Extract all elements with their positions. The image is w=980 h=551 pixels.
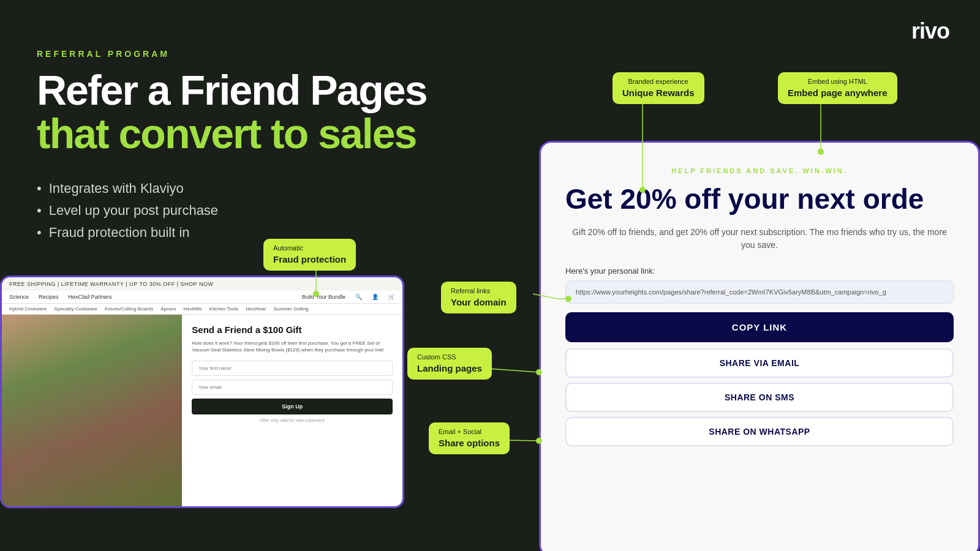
firstname-input[interactable] [192,361,393,376]
panel-inner: HELP FRIENDS AND SAVE. WIN-WIN. Get 20% … [541,143,978,470]
browser-nav: Science Recipes HexClad Partners Build Y… [2,291,402,304]
share-sms-button[interactable]: SHARE ON SMS [565,383,954,412]
headline-line1: Refer a Friend Pages [37,69,435,112]
badge-referral-bottom: Your domain [451,296,507,309]
subnav-hexwear[interactable]: HexWear [246,306,266,312]
panel-subtext: Gift 20% off to friends, and get 20% off… [565,226,954,252]
browser-content-area: Send a Friend a $100 Gift How does it wo… [2,315,402,507]
cart-icon[interactable]: 🛒 [388,294,395,300]
badge-css: Custom CSS Landing pages [407,348,492,380]
share-whatsapp-button[interactable]: SHARE ON WHATSAPP [565,417,954,446]
subnav-hexmills[interactable]: HexMills [184,306,202,312]
nav-item-build[interactable]: Build Your Bundle [302,294,345,300]
referral-program-label: REFERRAL PROGRAM [37,49,435,59]
logo: rivo [911,18,949,44]
badge-fraud: Automatic Fraud protection [263,239,356,271]
badge-embed-top: Embed using HTML [788,77,888,86]
subnav-aprons[interactable]: Aprons [160,306,176,312]
badge-embed: Embed using HTML Embed page anywhere [778,72,897,104]
share-email-button[interactable]: SHARE VIA EMAIL [565,348,954,378]
badge-css-top: Custom CSS [417,353,482,362]
form-note: Offer only valid for new customers [192,418,393,422]
form-title: Send a Friend a $100 Gift [192,324,393,335]
panel-link-box: https://www.yourheights.com/pages/share?… [565,280,954,304]
badge-email: Email + Social Share options [429,422,510,454]
nav-item-science[interactable]: Science [9,294,29,300]
badge-referral: Referral links Your domain [441,282,516,313]
badge-branded: Branded experience Unique Rewards [612,72,704,104]
badge-css-bottom: Landing pages [417,362,482,375]
badge-fraud-bottom: Fraud protection [273,253,346,266]
nav-item-recipes[interactable]: Recipes [39,294,59,300]
panel-headline: Get 20% off your next orde [565,184,954,214]
email-input[interactable] [192,380,393,395]
subnav-knives[interactable]: Knives/Cutting Boards [105,306,153,312]
form-description: How does it work? Your friend gets $100 … [192,340,393,353]
subnav-kitchen[interactable]: Kitchen Tools [209,306,238,312]
badge-branded-top: Branded experience [622,77,695,86]
copy-link-button[interactable]: COPY LINK [565,312,954,342]
referral-form: Send a Friend a $100 Gift How does it wo… [182,315,402,507]
bullet-item-3: Fraud protection built in [37,225,435,241]
browser-topbar: FREE SHIPPING | LIFETIME WARRANTY | UP T… [2,277,402,291]
bullet-item-1: Integrates with Klaviyo [37,181,435,197]
bullet-item-2: Level up your post purchase [37,203,435,219]
browser-subnav: Hybrid Cookware Specialty Cookware Knive… [2,304,402,315]
subnav-hybrid[interactable]: Hybrid Cookware [9,306,47,312]
left-content: REFERRAL PROGRAM Refer a Friend Pages th… [37,49,435,247]
panel-top-label: HELP FRIENDS AND SAVE. WIN-WIN. [565,167,954,174]
feature-list: Integrates with Klaviyo Level up your po… [37,181,435,241]
badge-referral-top: Referral links [451,287,507,296]
search-icon[interactable]: 🔍 [355,294,362,300]
badge-fraud-top: Automatic [273,244,346,253]
subnav-grilling[interactable]: Summer Grilling [273,306,308,312]
nav-item-partners[interactable]: HexClad Partners [69,294,112,300]
subnav-specialty[interactable]: Specialty Cookware [54,306,97,312]
image-overlay [2,315,182,507]
product-image [2,315,182,507]
browser-mock: FREE SHIPPING | LIFETIME WARRANTY | UP T… [0,276,404,508]
badge-email-top: Email + Social [439,427,500,437]
badge-branded-bottom: Unique Rewards [622,86,695,99]
referral-panel: HELP FRIENDS AND SAVE. WIN-WIN. Get 20% … [539,141,980,551]
badge-email-bottom: Share options [439,437,500,449]
signup-button[interactable]: Sign Up [192,399,393,414]
panel-link-label: Here's your personal link: [565,266,954,276]
headline-line2: that convert to sales [37,112,435,156]
badge-embed-bottom: Embed page anywhere [788,86,888,99]
user-icon[interactable]: 👤 [372,294,379,300]
